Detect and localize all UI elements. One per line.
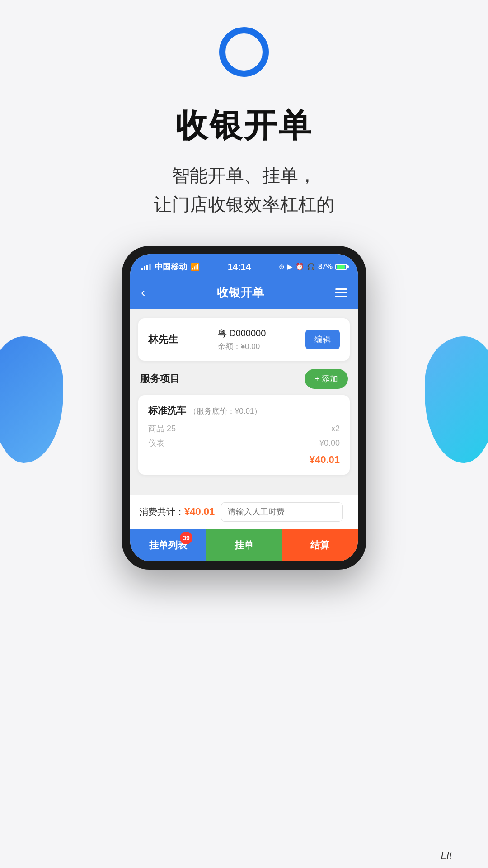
phone-frame: 中国移动 📶 14:14 ⊕ ▶ ⏰ 🎧 87% ‹ 收银开	[122, 246, 366, 570]
location-icon: ⊕	[279, 263, 285, 271]
phone-wrapper: 中国移动 📶 14:14 ⊕ ▶ ⏰ 🎧 87% ‹ 收银开	[0, 246, 488, 570]
app-content: 林先生 粤 D000000 余额：¥0.00 编辑 服务项目 + 添加	[130, 309, 358, 492]
customer-name: 林先生	[148, 333, 178, 346]
status-right: ⊕ ▶ ⏰ 🎧 87%	[279, 263, 347, 271]
plate-number: 粤 D000000	[218, 327, 266, 340]
total-amount: ¥40.01	[184, 506, 215, 517]
badge-count: 39	[180, 532, 192, 544]
add-service-button[interactable]: + 添加	[305, 369, 348, 389]
service-total-amount: ¥40.01	[310, 454, 340, 466]
watermark-text: LIt	[441, 850, 452, 862]
signal-icon	[141, 263, 151, 270]
customer-name-section: 林先生	[148, 333, 178, 346]
back-button[interactable]: ‹	[141, 285, 145, 300]
hang-button[interactable]: 挂单	[206, 529, 282, 561]
top-section: 收银开单 智能开单、挂单， 让门店收银效率杠杠的	[0, 0, 488, 219]
status-time: 14:14	[228, 262, 251, 272]
main-title: 收银开单	[175, 104, 313, 147]
customer-card: 林先生 粤 D000000 余额：¥0.00 编辑	[138, 318, 350, 361]
edit-button[interactable]: 编辑	[305, 330, 340, 349]
customer-vehicle-section: 粤 D000000 余额：¥0.00	[218, 327, 266, 352]
battery-icon	[335, 264, 347, 270]
menu-button[interactable]	[335, 288, 347, 297]
wifi-icon: 📶	[191, 263, 200, 271]
app-header: ‹ 收银开单	[130, 278, 358, 309]
carrier-label: 中国移动	[155, 261, 187, 272]
status-left: 中国移动 📶	[141, 261, 200, 272]
labor-input[interactable]	[221, 503, 339, 521]
status-bar: 中国移动 📶 14:14 ⊕ ▶ ⏰ 🎧 87%	[130, 254, 358, 278]
blob-left	[0, 336, 63, 463]
alarm-icon: ⏰	[296, 263, 304, 271]
row2-label: 仪表	[148, 438, 164, 448]
service-name: 标准洗车 （服务底价：¥0.01）	[148, 404, 340, 417]
row1-label: 商品 25	[148, 423, 176, 434]
checkout-button[interactable]: 结算	[282, 529, 358, 561]
service-total: ¥40.01	[148, 454, 340, 466]
headphone-icon: 🎧	[307, 263, 315, 271]
total-label: 消费共计：¥40.01	[139, 506, 215, 518]
service-price-hint: （服务底价：¥0.01）	[189, 407, 262, 415]
gps-icon: ▶	[287, 263, 293, 271]
service-row-1: 商品 25 x2	[148, 423, 340, 434]
balance-label: 余额：¥0.00	[218, 341, 260, 352]
cortana-icon	[219, 27, 269, 77]
yuan-label: 元	[339, 507, 343, 518]
labor-input-wrapper[interactable]: 元	[221, 502, 343, 522]
hang-list-button[interactable]: 挂单列表 39	[130, 529, 206, 561]
app-header-title: 收银开单	[217, 285, 264, 301]
bottom-buttons: 挂单列表 39 挂单 结算	[130, 529, 358, 561]
battery-text: 87%	[318, 263, 333, 271]
phone-screen: 中国移动 📶 14:14 ⊕ ▶ ⏰ 🎧 87% ‹ 收银开	[130, 254, 358, 561]
row2-value: ¥0.00	[319, 439, 340, 448]
blob-right	[425, 336, 488, 463]
row1-value: x2	[331, 424, 340, 434]
service-header: 服务项目 + 添加	[138, 369, 350, 389]
service-row-2: 仪表 ¥0.00	[148, 438, 340, 448]
service-label: 服务项目	[140, 372, 180, 386]
subtitle: 智能开单、挂单， 让门店收银效率杠杠的	[154, 161, 334, 219]
service-card: 标准洗车 （服务底价：¥0.01） 商品 25 x2 仪表 ¥0.00 ¥40.…	[138, 395, 350, 475]
bottom-summary: 消费共计：¥40.01 元	[130, 495, 358, 529]
